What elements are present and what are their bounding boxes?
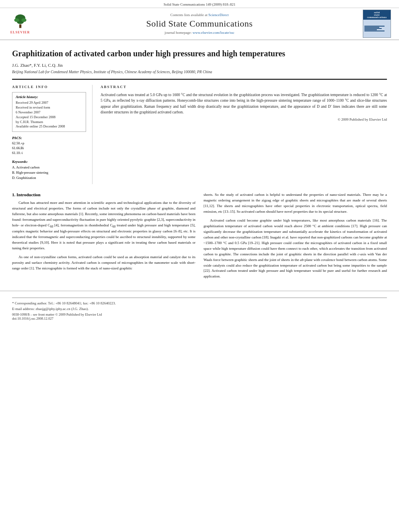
homepage-label: journal homepage: bbox=[165, 31, 191, 35]
article-content: Graphitization of activated carbon under… bbox=[0, 40, 399, 283]
accepted-by: by C.H.R. Thomsen bbox=[16, 120, 82, 125]
journal-name-title: Solid State Communications bbox=[36, 18, 363, 29]
pacs-title: PACS: bbox=[12, 136, 86, 140]
elsevier-brand-label: ELSEVIER bbox=[10, 31, 30, 34]
article-authors: J.G. Zhao*, F.Y. Li, C.Q. Jin bbox=[12, 63, 387, 68]
journal-header: Solid State Communications 149 (2009) 81… bbox=[0, 0, 399, 40]
journal-cover-image: solidstatecommunications bbox=[363, 10, 391, 38]
journal-meta: Solid State Communications 149 (2009) 81… bbox=[0, 2, 399, 8]
article-affiliation: Beijing National Lab for Condensed Matte… bbox=[12, 70, 387, 74]
accepted-date: Accepted 15 December 2008 bbox=[16, 115, 82, 120]
pacs-item-3: 61.10.-i bbox=[12, 151, 86, 156]
available-online: Available online 25 December 2008 bbox=[16, 124, 82, 129]
article-title-section: Graphitization of activated carbon under… bbox=[12, 40, 387, 80]
corresponding-author-note: * Corresponding author. Tel.: +86 10 826… bbox=[12, 301, 387, 305]
received-date: Received 29 April 2007 bbox=[16, 101, 82, 105]
homepage-link[interactable]: www.elsevier.com/locate/ssc bbox=[193, 31, 234, 35]
svg-point-3 bbox=[14, 18, 19, 22]
svg-rect-2 bbox=[19, 24, 21, 28]
contents-label: Contents lists available at bbox=[171, 13, 208, 17]
article-history-block: Article history: Received 29 April 2007 … bbox=[12, 92, 86, 132]
elsevier-tree-icon bbox=[11, 14, 29, 30]
elsevier-logo: ELSEVIER bbox=[4, 12, 36, 36]
article-title: Graphitization of activated carbon under… bbox=[12, 48, 387, 59]
pacs-item-1: 62.50.+p bbox=[12, 141, 86, 146]
intro-para-1: Carbon has attracted more and more atten… bbox=[12, 200, 195, 251]
doi-line: doi:10.1016/j.ssc.2008.12.027 bbox=[12, 316, 387, 320]
body-columns: 1. Introduction Carbon has attracted mor… bbox=[12, 186, 387, 283]
right-para-1: sheets. So the study of activated carbon… bbox=[204, 192, 387, 215]
article-info-label: ARTICLE INFO bbox=[12, 85, 86, 89]
intro-para-2: As one of non-crystalline carbon forms, … bbox=[12, 255, 195, 271]
right-para-2: Activated carbon could become graphite u… bbox=[204, 218, 387, 279]
keywords-title: Keywords: bbox=[12, 160, 86, 164]
email-label: E-mail address: bbox=[12, 307, 35, 311]
page: Solid State Communications 149 (2009) 81… bbox=[0, 0, 399, 532]
cover-line-1 bbox=[364, 26, 385, 27]
body-left-column: 1. Introduction Carbon has attracted mor… bbox=[12, 192, 195, 283]
email-value: zhaojg@iphy.iphy.ac.cn (J.G. Zhao). bbox=[35, 307, 88, 311]
keyword-2: B. High-pressure sintering bbox=[12, 170, 86, 175]
email-note: E-mail address: zhaojg@iphy.iphy.ac.cn (… bbox=[12, 307, 387, 311]
copyright-line: © 2009 Published by Elsevier Ltd bbox=[101, 117, 387, 121]
pacs-item-2: 61.66.Bi bbox=[12, 146, 86, 151]
cover-line-3 bbox=[364, 28, 382, 29]
cover-top-bar: solidstatecommunications bbox=[363, 10, 391, 20]
keyword-3: D. Graphitization bbox=[12, 175, 86, 181]
cover-line-2 bbox=[364, 27, 379, 28]
abstract-text: Activated carbon was treated at 5.0 GPa … bbox=[101, 92, 387, 115]
abstract-label: ABSTRACT bbox=[101, 85, 387, 89]
cover-lines-area bbox=[363, 20, 391, 37]
svg-point-4 bbox=[21, 18, 26, 22]
page-footer: * Corresponding author. Tel.: +86 10 826… bbox=[0, 291, 399, 324]
pacs-section: PACS: 62.50.+p 61.66.Bi 61.10.-i bbox=[12, 136, 86, 156]
sciencedirect-line: Contents lists available at ScienceDirec… bbox=[36, 13, 363, 17]
footer-divider bbox=[12, 298, 387, 298]
history-title: Article history: bbox=[16, 95, 82, 99]
journal-banner: ELSEVIER Contents lists available at Sci… bbox=[0, 8, 399, 40]
cover-line-4 bbox=[364, 29, 377, 30]
keywords-section: Keywords: A. Activated carbon B. High-pr… bbox=[12, 160, 86, 180]
abstract-column: ABSTRACT Activated carbon was treated at… bbox=[101, 85, 387, 184]
issn-line: 0038-1098/$ – see front matter © 2009 Pu… bbox=[12, 312, 387, 316]
revised-date: 6 November 2007 bbox=[16, 110, 82, 115]
article-info-column: ARTICLE INFO Article history: Received 2… bbox=[12, 85, 93, 184]
received-revised-label: Received in revised form bbox=[16, 105, 82, 110]
intro-heading: 1. Introduction bbox=[12, 192, 195, 197]
sciencedirect-link[interactable]: ScienceDirect bbox=[208, 13, 228, 17]
cover-line-5 bbox=[364, 31, 385, 31]
star-note-text: * Corresponding author. Tel.: +86 10 826… bbox=[12, 301, 116, 305]
journal-title-center: Contents lists available at ScienceDirec… bbox=[36, 13, 363, 35]
keyword-1: A. Activated carbon bbox=[12, 165, 86, 170]
article-info-abstract-section: ARTICLE INFO Article history: Received 2… bbox=[12, 80, 387, 184]
body-right-column: sheets. So the study of activated carbon… bbox=[204, 192, 387, 283]
journal-homepage-line: journal homepage: www.elsevier.com/locat… bbox=[36, 31, 363, 35]
